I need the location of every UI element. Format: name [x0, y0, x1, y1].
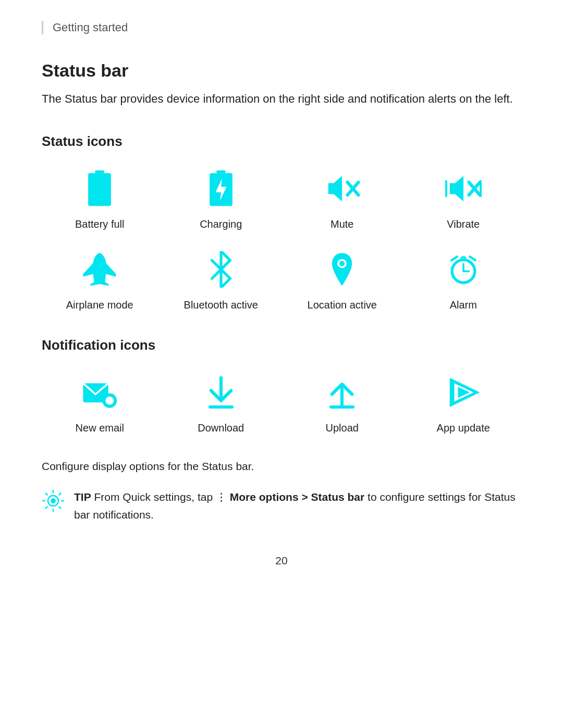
mute-icon	[324, 170, 360, 207]
tip-icon	[42, 489, 65, 512]
svg-line-38	[59, 507, 61, 509]
svg-point-14	[339, 261, 345, 266]
vibrate-icon	[445, 170, 482, 207]
new-email-label: New email	[76, 422, 124, 434]
bluetooth-label: Bluetooth active	[184, 299, 258, 311]
svg-point-41	[51, 498, 56, 503]
page-title: Status bar	[42, 60, 521, 81]
page-number: 20	[42, 554, 521, 567]
tip-body: From Quick settings, tap ⋮ More options …	[74, 491, 516, 521]
icon-new-email: New email	[42, 369, 158, 434]
icon-vibrate: Vibrate	[406, 165, 522, 230]
svg-rect-24	[105, 394, 115, 397]
svg-line-19	[451, 257, 457, 261]
alarm-icon	[445, 251, 482, 288]
app-update-icon	[445, 374, 482, 411]
svg-rect-0	[95, 170, 105, 173]
icon-location: Location active	[284, 246, 400, 311]
icon-mute: Mute	[284, 165, 400, 230]
icon-bluetooth: Bluetooth active	[163, 246, 279, 311]
tip-label: TIP	[74, 491, 91, 503]
battery-full-icon	[81, 170, 118, 207]
tip-content: TIP From Quick settings, tap ⋮ More opti…	[74, 488, 521, 523]
icon-airplane: Airplane mode	[42, 246, 158, 311]
download-label: Download	[198, 422, 244, 434]
upload-label: Upload	[326, 422, 359, 434]
svg-rect-2	[216, 170, 226, 173]
tip-box: TIP From Quick settings, tap ⋮ More opti…	[42, 488, 521, 523]
icon-app-update: App update	[406, 369, 522, 434]
svg-rect-1	[88, 173, 111, 206]
svg-line-40	[46, 507, 47, 509]
mute-label: Mute	[331, 218, 353, 230]
svg-line-20	[470, 257, 475, 261]
svg-line-39	[59, 493, 61, 495]
icon-battery-full: Battery full	[42, 165, 158, 230]
breadcrumb: Getting started	[42, 21, 521, 34]
status-icons-grid: Battery full Charging Mute	[42, 165, 521, 311]
airplane-label: Airplane mode	[66, 299, 133, 311]
app-update-label: App update	[437, 422, 490, 434]
battery-full-label: Battery full	[75, 218, 124, 230]
configure-text: Configure display options for the Status…	[42, 460, 521, 473]
charging-label: Charging	[200, 218, 242, 230]
section-description: The Status bar provides device informati…	[42, 90, 521, 107]
status-icons-subtitle: Status icons	[42, 133, 521, 150]
airplane-icon	[81, 251, 118, 288]
alarm-label: Alarm	[450, 299, 477, 311]
charging-icon	[203, 170, 239, 207]
icon-download: Download	[163, 369, 279, 434]
download-icon	[203, 374, 239, 411]
svg-marker-5	[328, 176, 342, 202]
notification-icons-subtitle: Notification icons	[42, 337, 521, 353]
icon-charging: Charging	[163, 165, 279, 230]
svg-line-37	[46, 493, 47, 495]
notification-icons-grid: New email Download Upload	[42, 369, 521, 434]
location-label: Location active	[308, 299, 377, 311]
new-email-icon	[81, 374, 118, 411]
location-icon	[324, 251, 360, 288]
upload-icon	[324, 374, 360, 411]
bluetooth-icon	[203, 251, 239, 288]
svg-point-23	[106, 397, 114, 405]
icon-alarm: Alarm	[406, 246, 522, 311]
icon-upload: Upload	[284, 369, 400, 434]
svg-marker-8	[450, 176, 463, 202]
vibrate-label: Vibrate	[447, 218, 480, 230]
